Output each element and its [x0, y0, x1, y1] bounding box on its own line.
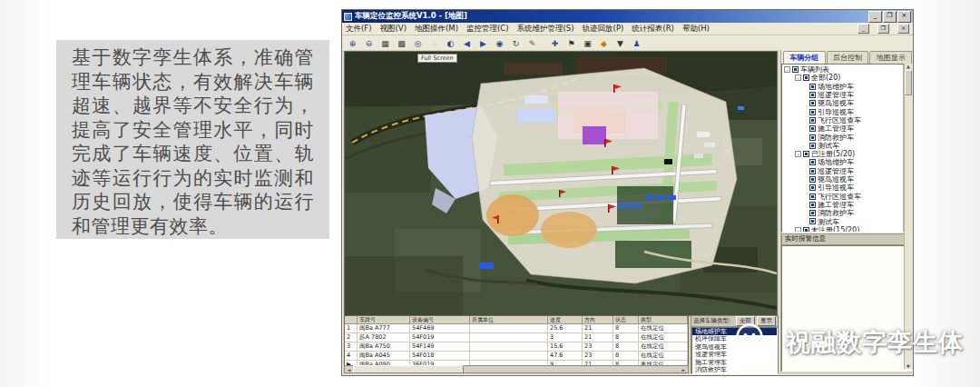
table-cell: 47.6 [548, 352, 583, 360]
vehicle-type-item[interactable]: 消防救护车 [692, 366, 777, 373]
table-row[interactable]: 4闽Ba A04554F01847.6238在线定位 [345, 352, 688, 361]
menu-item[interactable]: 轨迹回放(P) [583, 24, 624, 35]
tree-checkbox[interactable] [803, 227, 809, 233]
tree-checkbox[interactable] [809, 159, 816, 165]
map-view[interactable]: Full Screen [344, 51, 778, 316]
table-cell: 54F019 [410, 333, 470, 342]
zoom-in-icon[interactable]: ⊕ [345, 36, 360, 51]
menu-item[interactable]: 统计报表(R) [632, 24, 674, 35]
tree-row[interactable]: 消防救护车 [784, 133, 911, 141]
close-icon[interactable]: × [897, 11, 911, 23]
tree-checkbox[interactable] [809, 168, 816, 174]
tree-checkbox[interactable] [803, 74, 809, 81]
table-row[interactable]: 3闽Ba A75054F14915.6238在线定位 [345, 342, 688, 352]
refresh-icon[interactable]: ↻ [508, 36, 524, 51]
table-cell: 54F018 [410, 352, 470, 360]
full-screen-button[interactable]: Full Screen [417, 54, 457, 63]
table-cell: 3 [548, 333, 583, 342]
column-header: 类型 [639, 316, 688, 323]
table-cell: 1 [345, 324, 358, 332]
menu-item[interactable]: 地图操作(M) [415, 24, 458, 35]
locate-cross-icon[interactable]: ✚ [547, 36, 563, 51]
tree-checkbox[interactable] [809, 84, 816, 90]
menu-item[interactable]: 文件(F) [346, 24, 372, 35]
table-cell: 在线定位 [639, 342, 688, 351]
table-row[interactable]: 1闽Ba A77754F46925.6218在线定位 [345, 324, 688, 333]
tree-checkbox[interactable] [803, 151, 809, 157]
tree-expander-icon[interactable]: - [795, 227, 801, 233]
table-cell: 15.6 [548, 342, 583, 351]
tree-row[interactable]: 消防救护车 [784, 209, 911, 217]
tree-checkbox[interactable] [809, 92, 816, 98]
menu-item[interactable]: 监控管理(C) [466, 24, 509, 35]
title-bar[interactable]: 车辆定位监控系统V1.0 - [地图] _ ❐ × [342, 10, 913, 23]
menu-items: 文件(F)视图(V)地图操作(M)监控管理(C)系统维护管理(S)轨迹回放(P)… [346, 24, 710, 35]
tree-expander-icon[interactable]: - [795, 151, 801, 157]
menu-item[interactable]: 系统维护管理(S) [517, 24, 574, 35]
tree-checkbox[interactable] [809, 117, 816, 124]
tab-2[interactable]: 后台控制 [827, 51, 869, 64]
menu-item[interactable]: 视图(V) [380, 24, 407, 35]
tree-checkbox[interactable] [809, 134, 816, 141]
tree-expander-icon[interactable]: - [795, 74, 801, 81]
tree-checkbox[interactable] [809, 210, 816, 216]
tree-checkbox[interactable] [809, 109, 816, 115]
minimize-icon[interactable]: _ [868, 11, 882, 23]
tab-3[interactable]: 地图显示 [869, 51, 912, 64]
table-cell: 21 [583, 333, 613, 342]
playback-icon[interactable]: ▼ [612, 36, 628, 51]
table-cell: 54F469 [410, 324, 470, 332]
tree-checkbox[interactable] [809, 176, 816, 183]
mdi-restore-icon[interactable]: ❐ [877, 24, 889, 34]
table-cell: 8 [613, 324, 639, 332]
pan-hand-icon[interactable]: ● [426, 36, 442, 51]
vehicle-table[interactable]: 车牌号设备编号所属单位速度方向状态类型1闽Ba A77754F46925.621… [344, 315, 689, 371]
tree-expander-icon[interactable]: - [784, 66, 790, 73]
scrollbar-thumb[interactable] [353, 365, 464, 373]
scrollbar-thumb[interactable] [905, 70, 912, 95]
mdi-close-icon[interactable]: × [897, 24, 909, 34]
tree-checkbox[interactable] [809, 100, 816, 106]
scroll-left-icon[interactable]: ◄ [345, 367, 353, 372]
tab-1[interactable]: 车辆分组 [783, 51, 826, 64]
tree-checkbox[interactable] [809, 218, 816, 224]
panel-tabs: 车辆分组后台控制地图显示 [781, 50, 912, 64]
tree-checkbox[interactable] [809, 184, 816, 191]
scroll-right-icon[interactable]: ► [680, 367, 688, 372]
scroll-down-icon[interactable]: ▼ [905, 363, 912, 369]
maximize-icon[interactable]: ❐ [883, 11, 897, 23]
tree-checkbox[interactable] [809, 143, 816, 149]
magnifier-icon[interactable]: ◎ [410, 36, 426, 51]
tile-small-icon[interactable]: ▦ [377, 36, 393, 51]
vehicle-icon[interactable]: ▣ [580, 36, 595, 51]
center-map-icon[interactable]: ◉ [492, 36, 507, 51]
table-cell: 23 [583, 352, 613, 360]
pan-left-icon[interactable]: ◀ [459, 36, 475, 51]
tree-checkbox[interactable] [809, 125, 816, 132]
tree-checkbox[interactable] [809, 202, 816, 208]
user-icon[interactable]: ♟ [629, 36, 644, 51]
tile-large-icon[interactable]: ▩ [394, 36, 409, 51]
table-cell: 闽Ba A750 [358, 342, 410, 351]
tree-checkbox[interactable] [792, 66, 799, 73]
measure-pencil-icon[interactable]: ✎ [524, 36, 540, 51]
watermark-text: 祝融数字孪生体 [786, 326, 964, 359]
tree-row[interactable]: -车辆列表 [784, 65, 911, 74]
pan-right-icon[interactable]: ▶ [475, 36, 491, 51]
alarm-dot-icon[interactable]: ◆ [596, 36, 612, 51]
mdi-minimize-icon[interactable]: _ [858, 24, 869, 34]
table-cell: 2 [345, 333, 358, 342]
vehicle-group-tree[interactable]: ▲ ▼ -车辆列表-全部(20)场地维护车巡逻管理车驱鸟巡视车引导巡视车飞行区巡… [781, 64, 912, 233]
track-flag-icon[interactable]: ⚑ [564, 36, 579, 51]
table-cell: 闽Ba A045 [358, 352, 410, 360]
menu-item[interactable]: 帮助(H) [682, 24, 710, 35]
zoom-out-icon[interactable]: ⊖ [361, 36, 377, 51]
table-cell [470, 333, 548, 342]
table-cell: 在线定位 [639, 324, 688, 332]
globe-icon[interactable]: ◐ [443, 36, 458, 51]
tree-checkbox[interactable] [809, 194, 816, 200]
table-horizontal-scrollbar[interactable]: ◄ ► [344, 365, 689, 373]
scroll-up-icon[interactable]: ▲ [905, 64, 912, 69]
tree-row[interactable]: -未注册(15/20) [784, 226, 911, 233]
table-row[interactable]: 2苏A 780254F0193218在线定位 [345, 333, 688, 342]
